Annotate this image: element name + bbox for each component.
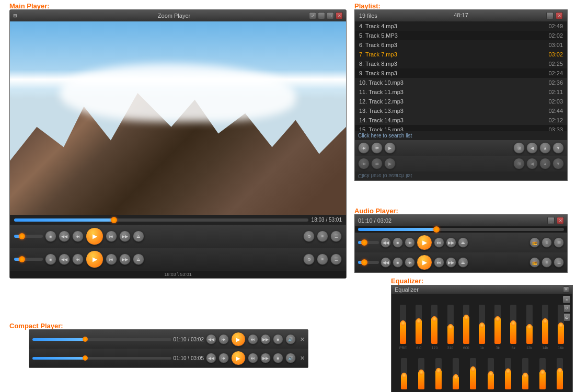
settings-button2[interactable]: ⚙ (303, 253, 315, 265)
eq-channel[interactable] (490, 305, 505, 344)
volume-thumb2[interactable] (19, 256, 25, 262)
volume-thumb[interactable] (19, 233, 25, 239)
audio-vol-thumb2[interactable] (361, 259, 367, 266)
playlist-item[interactable]: 11. Track 11.mp302:11 (355, 87, 567, 97)
cp-stop-btn2[interactable]: ■ (273, 353, 283, 363)
volume-slider[interactable] (14, 235, 43, 238)
compact-seek-thumb2[interactable] (83, 355, 88, 361)
cp-next-btn2[interactable]: ⏭ (248, 353, 258, 363)
eq-channel-bottom[interactable] (500, 358, 516, 389)
playlist-search[interactable]: Click here to search list (355, 131, 567, 140)
eq-presets-btn[interactable]: ≡ (563, 296, 570, 303)
main-seek-thumb[interactable] (111, 217, 117, 223)
playlist-item[interactable]: 5. Track 5.MP302:02 (355, 31, 567, 40)
cp-vol-btn1[interactable]: 🔊 (285, 334, 296, 344)
stop-button2[interactable]: ■ (45, 253, 56, 265)
playlist-search2[interactable]: Click here to search list (355, 171, 567, 180)
eq-channel-bottom[interactable] (552, 358, 568, 389)
prev-button2[interactable]: ⏮ (72, 253, 84, 265)
ap-eq-btn[interactable]: ≡ (542, 237, 552, 248)
playlist-item[interactable]: 7. Track 7.mp303:02 (355, 50, 567, 59)
cp-play-btn2[interactable]: ▶ (231, 351, 246, 365)
eq-channel[interactable] (443, 305, 458, 344)
playlist-item[interactable]: 14. Track 14.mp302:12 (355, 116, 567, 125)
cp-rew-btn1[interactable]: ◀◀ (206, 334, 216, 344)
stop-button[interactable]: ■ (45, 230, 56, 242)
compact-seek-thumb1[interactable] (83, 337, 88, 342)
ap-menu-btn2[interactable]: ☰ (554, 257, 564, 268)
ap-eject-btn2[interactable]: ⏏ (458, 257, 468, 268)
settings-button[interactable]: ⚙ (303, 230, 315, 242)
audio-player-minimize-btn[interactable]: _ (547, 217, 555, 224)
audio-player-seek[interactable] (358, 228, 564, 231)
pl2-back-btn[interactable]: ⏮ (358, 158, 370, 169)
pl-play-btn[interactable]: ▶ (384, 142, 396, 154)
cp-fwd-btn1[interactable]: ▶▶ (260, 334, 271, 344)
audio-vol-slider2[interactable] (358, 261, 379, 264)
cp-close-btn2[interactable]: ✕ (300, 355, 305, 362)
ap-prev-btn[interactable]: ⏮ (405, 237, 415, 248)
audio-vol-slider[interactable] (358, 241, 379, 244)
ap-prev-btn2[interactable]: ⏮ (405, 257, 415, 268)
ap-rew-btn2[interactable]: ◀◀ (381, 257, 391, 268)
audio-seek-thumb[interactable] (433, 226, 440, 233)
ap-fwd-btn[interactable]: ▶▶ (446, 237, 456, 248)
cp-prev-btn1[interactable]: ⏮ (218, 334, 229, 344)
pl-prev-btn[interactable]: ◀ (526, 142, 538, 154)
cp-prev-btn2[interactable]: ⏮ (218, 353, 229, 363)
prev-button[interactable]: ⏮ (72, 230, 84, 242)
eq-channel[interactable] (475, 305, 489, 344)
next-button2[interactable]: ⏭ (106, 253, 117, 265)
play-button2[interactable]: ▶ (86, 250, 103, 268)
eq-channel[interactable] (411, 305, 426, 344)
ap-radio-btn[interactable]: 📻 (529, 237, 540, 248)
eq-channel-bottom[interactable] (482, 358, 499, 389)
playlist-item[interactable]: 15. Track 15.mp303:33 (355, 125, 567, 131)
cp-fwd-btn2[interactable]: ▶▶ (260, 353, 271, 363)
playlist-item[interactable]: 13. Track 13.mp302:44 (355, 106, 567, 116)
ap-fwd-btn2[interactable]: ▶▶ (446, 257, 456, 268)
main-player-maximize-btn[interactable]: □ (327, 12, 334, 19)
forward-button[interactable]: ▶▶ (119, 230, 131, 242)
cp-next-btn1[interactable]: ⏭ (248, 334, 258, 344)
playlist-close-btn[interactable]: ✕ (556, 12, 563, 19)
ap-play-btn2[interactable]: ▶ (417, 255, 432, 270)
ap-radio-btn2[interactable]: 📻 (529, 257, 540, 268)
cp-play-btn1[interactable]: ▶ (231, 332, 246, 347)
eq-channel[interactable] (538, 305, 552, 344)
ap-eject-btn[interactable]: ⏏ (458, 237, 468, 248)
ap-menu-btn[interactable]: ☰ (554, 237, 564, 248)
pl2-up-btn[interactable]: ▲ (539, 158, 551, 169)
audio-player-close-btn[interactable]: ✕ (557, 217, 564, 224)
menu-button2[interactable]: ☰ (330, 253, 342, 265)
ap-next-btn2[interactable]: ⏭ (434, 257, 444, 268)
eq-channel[interactable] (522, 305, 537, 344)
rewind-button2[interactable]: ◀◀ (59, 253, 70, 265)
audio-vol-thumb[interactable] (361, 239, 367, 246)
playlist-list[interactable]: 4. Track 4.mp302:495. Track 5.MP302:026.… (355, 21, 567, 131)
eq-channel-bottom[interactable] (430, 358, 446, 389)
eq-channel[interactable] (396, 305, 410, 344)
equalizer-button[interactable]: ≡ (317, 230, 328, 242)
ap-rew-btn[interactable]: ◀◀ (381, 237, 391, 248)
cp-rew-btn2[interactable]: ◀◀ (206, 353, 216, 363)
volume-slider2[interactable] (14, 258, 43, 261)
playlist-item[interactable]: 9. Track 9.mp302:24 (355, 68, 567, 78)
menu-button[interactable]: ☰ (330, 230, 342, 242)
eq-channel[interactable] (506, 305, 521, 344)
cp-vol-btn2[interactable]: 🔊 (285, 353, 296, 363)
eq-channel-bottom[interactable] (535, 358, 551, 389)
eq-channel-bottom[interactable] (396, 358, 412, 389)
playlist-item[interactable]: 6. Track 6.mp303:01 (355, 40, 567, 50)
pl2-play-btn[interactable]: ▶ (384, 158, 396, 169)
eq-channel[interactable] (459, 305, 474, 344)
video-area[interactable] (10, 21, 346, 215)
main-player-minimize-btn[interactable]: _ (318, 12, 325, 19)
eject-button[interactable]: ⏏ (133, 230, 144, 242)
eq-channel-bottom[interactable] (413, 358, 429, 389)
pl2-grid-btn[interactable]: ⊞ (513, 158, 525, 169)
rewind-button[interactable]: ◀◀ (59, 230, 70, 242)
eq-channel[interactable] (427, 305, 442, 344)
play-button[interactable]: ▶ (86, 227, 103, 245)
playlist-item[interactable]: 8. Track 8.mp302:25 (355, 59, 567, 68)
